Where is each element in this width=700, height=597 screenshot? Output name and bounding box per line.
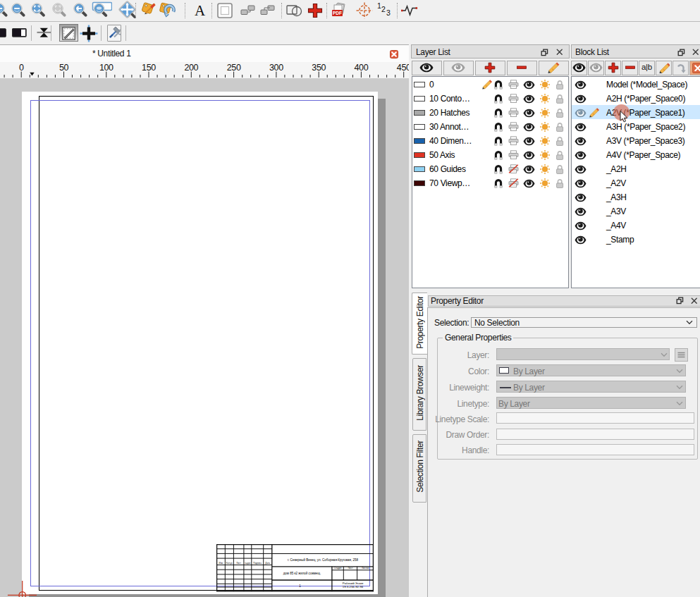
svg-text:19.3-234-92-94: 19.3-234-92-94 <box>343 585 364 589</box>
svg-text:Изм: Изм <box>219 562 223 565</box>
svg-text:Листов: Листов <box>362 567 369 570</box>
svg-text:200: 200 <box>184 63 198 73</box>
svg-text:300: 300 <box>269 63 283 73</box>
svg-text:Кол.уч: Кол.уч <box>226 562 233 565</box>
svg-text:1: 1 <box>299 584 301 588</box>
svg-text:350: 350 <box>312 63 326 73</box>
svg-text:100: 100 <box>99 63 113 73</box>
svg-text:150: 150 <box>142 63 156 73</box>
svg-text:Лист: Лист <box>236 562 241 565</box>
svg-text:0: 0 <box>19 63 24 73</box>
svg-text:PDF: PDF <box>333 11 342 16</box>
svg-text:№док: №док <box>245 562 251 565</box>
svg-text:дом 85 к2 жилой совмещ.: дом 85 к2 жилой совмещ. <box>283 571 321 575</box>
svg-text:400: 400 <box>354 63 368 73</box>
svg-text:г. Северный Венец, ул. Соборна: г. Северный Венец, ул. Соборная-Круговая… <box>288 558 358 562</box>
svg-text:50: 50 <box>59 63 69 73</box>
svg-text:Дата: Дата <box>265 562 270 565</box>
svg-text:Стадия: Стадия <box>334 567 342 570</box>
svg-text:250: 250 <box>227 63 241 73</box>
svg-text:Подпись: Подпись <box>253 562 262 565</box>
svg-text:Лист: Лист <box>348 567 353 570</box>
